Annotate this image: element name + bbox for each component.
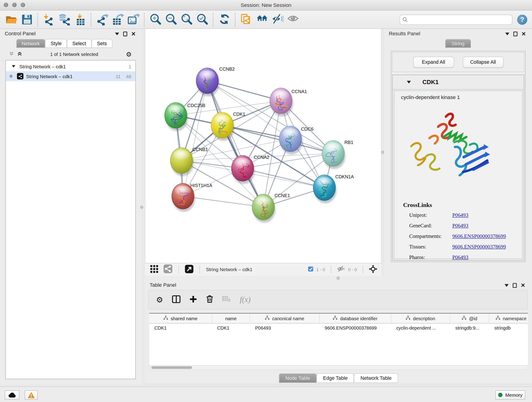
network-row[interactable]: String Network – cdk1 11 48: [6, 71, 135, 81]
warnings-button[interactable]: [25, 390, 38, 400]
node-CCNA2[interactable]: [231, 155, 255, 184]
zoom-out-button[interactable]: [163, 12, 179, 27]
column-type-icon: [496, 316, 500, 321]
column-header-shared-name[interactable]: shared name: [149, 313, 212, 323]
control-panel-float-icon[interactable]: [123, 32, 127, 36]
export-image-button[interactable]: [126, 12, 141, 27]
collection-expander-icon[interactable]: [12, 65, 15, 67]
hide-selected-button[interactable]: [270, 12, 285, 27]
column-header-namespace[interactable]: namespace: [489, 313, 528, 323]
grid-view-icon[interactable]: [150, 265, 158, 274]
node-CDKN1A[interactable]: [313, 175, 336, 203]
zoom-in-button[interactable]: [147, 12, 163, 27]
export-network-button[interactable]: [94, 12, 110, 27]
birds-eye-view-icon[interactable]: [369, 264, 377, 274]
import-network-from-file-button[interactable]: [41, 12, 57, 27]
help-button[interactable]: ?: [517, 14, 527, 25]
network-options-gear-icon[interactable]: ⚙: [126, 51, 132, 57]
column-header-name[interactable]: name: [212, 313, 250, 323]
tab-edge-table[interactable]: Edge Table: [317, 373, 354, 383]
collection-count: 1: [129, 64, 132, 69]
search-input[interactable]: [400, 14, 513, 25]
node-CCNB1[interactable]: [170, 148, 194, 176]
column-type-icon: [265, 316, 269, 321]
results-panel-close-icon[interactable]: ✕: [521, 32, 526, 36]
network-canvas[interactable]: CCNB2CCNA1CDC25BCDK1CDC6RB1CCNB1CCNA2CDK…: [145, 29, 381, 263]
network-view-icon[interactable]: [164, 264, 172, 274]
node-CDK1[interactable]: [211, 112, 234, 141]
results-panel-float-icon[interactable]: [513, 32, 517, 36]
crosslink-row: GeneCard:P06493: [394, 221, 522, 231]
selected-checkbox-icon[interactable]: [308, 266, 313, 273]
collapse-all-button[interactable]: Collapse All: [462, 57, 503, 67]
tab-network-table[interactable]: Network Table: [354, 373, 398, 383]
memory-button[interactable]: Memory: [495, 390, 525, 400]
column-header-description[interactable]: description: [391, 313, 450, 323]
crosslink-link[interactable]: 9606.ENSP00000378699: [452, 244, 506, 250]
show-columns-icon[interactable]: [172, 295, 180, 304]
add-column-icon[interactable]: [189, 295, 197, 304]
network-graph[interactable]: CCNB2CCNA1CDC25BCDK1CDC6RB1CCNB1CCNA2CDK…: [145, 29, 381, 263]
first-neighbors-button[interactable]: [254, 12, 270, 27]
table-scrollbar-thumb[interactable]: [152, 366, 192, 369]
table-panel-menu-icon[interactable]: [505, 284, 509, 287]
refresh-view-button[interactable]: [216, 12, 232, 27]
node-RB1[interactable]: [322, 140, 345, 169]
tab-style[interactable]: Style: [45, 39, 67, 48]
node-label-CCNB2: CCNB2: [219, 66, 235, 71]
tab-string[interactable]: String: [445, 39, 471, 48]
show-all-button[interactable]: [285, 12, 301, 27]
delete-column-icon[interactable]: [206, 295, 213, 304]
node-CDC6[interactable]: [279, 126, 303, 154]
column-header-canonical-name[interactable]: canonical name: [250, 313, 320, 323]
network-collection-row[interactable]: String Network – cdk1 1: [6, 61, 135, 71]
horizontal-splitter-handle[interactable]: [336, 277, 340, 280]
edge-CCNB2-CCNE1[interactable]: [207, 81, 263, 207]
network-icon: [17, 73, 23, 79]
expand-all-button[interactable]: Expand All: [413, 57, 454, 67]
import-network-from-file-icon: [43, 13, 55, 26]
node-CCNB2[interactable]: [196, 68, 220, 96]
table-row[interactable]: CDK1CDK1P064939606.ENSP00000378699cyclin…: [149, 323, 528, 332]
edge-CCNB2-HIST1H1A[interactable]: [183, 81, 207, 196]
tab-network[interactable]: Network: [16, 39, 45, 48]
table-horizontal-scrollbar[interactable]: [149, 365, 528, 370]
control-panel-close-icon[interactable]: ✕: [131, 32, 136, 36]
node-table[interactable]: shared namenamecanonical namedatabase id…: [149, 313, 528, 366]
import-table-from-file-button[interactable]: [72, 12, 88, 27]
node-CDC25B[interactable]: [165, 102, 188, 131]
cloud-status-button[interactable]: [5, 390, 19, 400]
results-panel-menu-icon[interactable]: [505, 32, 509, 35]
tab-select[interactable]: Select: [67, 39, 91, 48]
save-session-button[interactable]: [19, 12, 35, 27]
tab-sets[interactable]: Sets: [91, 39, 112, 48]
column-header-database-identifier[interactable]: database identifier: [320, 313, 391, 323]
new-network-from-selection-button[interactable]: [239, 12, 254, 27]
table-panel-float-icon[interactable]: [513, 283, 517, 288]
crosslink-link[interactable]: 9606.ENSP00000378699: [452, 233, 506, 239]
table-options-gear-icon[interactable]: ⚙: [156, 297, 163, 303]
crosslink-link[interactable]: P06493: [452, 212, 468, 218]
crosslink-link[interactable]: P06493: [452, 254, 468, 260]
table-panel-close-icon[interactable]: ✕: [521, 283, 525, 288]
column-header--id[interactable]: @id: [450, 313, 489, 323]
open-session-button[interactable]: [3, 12, 19, 27]
tab-node-table[interactable]: Node Table: [279, 373, 317, 383]
control-panel-menu-icon[interactable]: [115, 32, 119, 35]
crosslink-link[interactable]: P06493: [452, 223, 468, 229]
gene-section: CDK1 cyclin-dependent kinase 1: [392, 75, 524, 261]
export-table-button[interactable]: [110, 12, 126, 27]
collapse-all-networks-icon[interactable]: [9, 51, 14, 58]
zoom-selected-button[interactable]: [195, 12, 210, 27]
import-network-from-database-button[interactable]: [57, 12, 72, 27]
gene-section-header[interactable]: CDK1: [393, 75, 524, 89]
expand-all-networks-icon[interactable]: [17, 51, 22, 58]
gene-section-expander-icon[interactable]: [407, 81, 411, 83]
left-splitter-handle[interactable]: [140, 206, 143, 209]
detach-view-icon[interactable]: [185, 264, 193, 274]
edge-CCNA2-CDKN1A[interactable]: [243, 168, 324, 188]
node-label-CDC25B: CDC25B: [187, 103, 206, 108]
zoom-fit-button[interactable]: [179, 12, 194, 27]
node-CCNE1[interactable]: [252, 194, 275, 223]
node-CCNA1[interactable]: [270, 88, 293, 116]
